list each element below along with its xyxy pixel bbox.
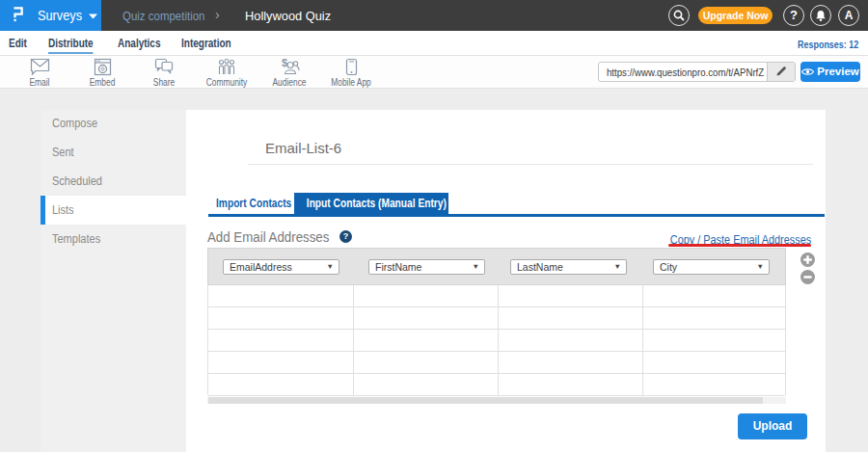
svg-text:$: $ xyxy=(282,58,287,68)
